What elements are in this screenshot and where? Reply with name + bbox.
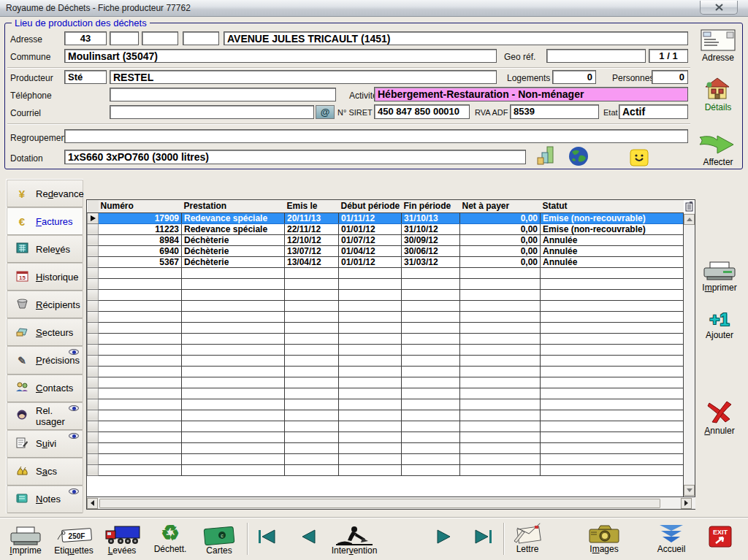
- horizontal-scrollbar[interactable]: [87, 496, 695, 509]
- table-cell[interactable]: [402, 442, 460, 453]
- table-cell[interactable]: [182, 421, 285, 431]
- table-cell[interactable]: [541, 300, 684, 311]
- imprime-button[interactable]: Imprime: [4, 522, 47, 556]
- table-cell[interactable]: [460, 442, 541, 453]
- row-selector[interactable]: [88, 399, 99, 410]
- table-cell[interactable]: [541, 399, 684, 410]
- imprimer-button[interactable]: Imprimer: [698, 261, 741, 293]
- email-button[interactable]: @: [316, 105, 335, 119]
- table-cell[interactable]: [541, 421, 684, 431]
- empty-row[interactable]: [88, 322, 684, 333]
- row-selector[interactable]: [88, 355, 99, 366]
- table-cell[interactable]: [339, 431, 402, 442]
- table-cell[interactable]: [285, 399, 339, 410]
- table-cell[interactable]: Déchèterie: [182, 234, 285, 245]
- table-cell[interactable]: [339, 464, 402, 475]
- table-cell[interactable]: [460, 388, 541, 399]
- table-cell[interactable]: 5367: [99, 256, 182, 267]
- table-cell[interactable]: [460, 311, 541, 322]
- table-cell[interactable]: [99, 322, 182, 333]
- table-cell[interactable]: 01/04/12: [339, 245, 402, 256]
- table-cell[interactable]: 30/06/12: [402, 245, 460, 256]
- column-header[interactable]: Statut: [541, 200, 684, 212]
- table-cell[interactable]: [182, 289, 285, 300]
- close-button[interactable]: [700, 1, 738, 15]
- table-cell[interactable]: [285, 311, 339, 322]
- table-cell[interactable]: 31/10/13: [402, 212, 460, 223]
- table-cell[interactable]: [99, 344, 182, 355]
- row-selector[interactable]: [88, 300, 99, 311]
- adresse-num-field[interactable]: 43: [64, 31, 107, 45]
- adresse-f3-field[interactable]: [142, 31, 178, 45]
- courriel-field[interactable]: [110, 105, 314, 119]
- table-cell[interactable]: [182, 355, 285, 366]
- table-cell[interactable]: [402, 464, 460, 475]
- table-cell[interactable]: [460, 300, 541, 311]
- table-cell[interactable]: [99, 464, 182, 475]
- row-selector[interactable]: [88, 289, 99, 300]
- table-cell[interactable]: [99, 399, 182, 410]
- table-cell[interactable]: [339, 442, 402, 453]
- dotation-field[interactable]: 1xS660 3xPO760 (3000 litres): [64, 150, 526, 164]
- table-cell[interactable]: [460, 431, 541, 442]
- row-selector[interactable]: [88, 322, 99, 333]
- row-selector[interactable]: [88, 333, 99, 344]
- sidebar-item-suivi[interactable]: Suivi: [7, 430, 83, 458]
- table-cell[interactable]: [339, 366, 402, 377]
- table-cell[interactable]: [402, 399, 460, 410]
- table-cell[interactable]: [541, 377, 684, 388]
- table-cell[interactable]: [402, 377, 460, 388]
- table-cell[interactable]: [99, 355, 182, 366]
- table-cell[interactable]: [182, 464, 285, 475]
- column-header[interactable]: Emis le: [285, 200, 339, 212]
- table-cell[interactable]: 0,00: [460, 245, 541, 256]
- table-cell[interactable]: [402, 333, 460, 344]
- table-cell[interactable]: [99, 421, 182, 431]
- table-cell[interactable]: 22/11/12: [285, 223, 339, 234]
- commune-field[interactable]: Moulinsart (35047): [64, 49, 497, 63]
- empty-row[interactable]: [88, 410, 684, 421]
- street-field[interactable]: AVENUE JULES TRICAULT (1451): [224, 31, 688, 45]
- table-cell[interactable]: [99, 278, 182, 289]
- table-cell[interactable]: [541, 431, 684, 442]
- table-cell[interactable]: 01/01/12: [339, 256, 402, 267]
- table-cell[interactable]: [541, 366, 684, 377]
- table-cell[interactable]: [99, 289, 182, 300]
- empty-row[interactable]: [88, 366, 684, 377]
- table-row[interactable]: 11223Redevance spéciale22/11/1201/01/123…: [88, 223, 684, 234]
- empty-row[interactable]: [88, 267, 684, 278]
- sidebar-item-historique[interactable]: 15 Historique: [7, 263, 83, 291]
- row-selector[interactable]: [88, 453, 99, 464]
- table-cell[interactable]: [99, 311, 182, 322]
- table-cell[interactable]: [541, 267, 684, 278]
- table-cell[interactable]: 0,00: [460, 212, 541, 223]
- table-cell[interactable]: [402, 311, 460, 322]
- table-cell[interactable]: 01/11/12: [339, 212, 402, 223]
- row-selector[interactable]: [88, 212, 99, 223]
- row-selector[interactable]: [88, 256, 99, 267]
- table-cell[interactable]: [541, 344, 684, 355]
- table-cell[interactable]: [182, 267, 285, 278]
- table-cell[interactable]: [339, 300, 402, 311]
- table-cell[interactable]: [541, 289, 684, 300]
- column-header[interactable]: Net à payer: [460, 200, 541, 212]
- sidebar-item-precisions[interactable]: ✎ Précisions: [7, 346, 83, 374]
- empty-row[interactable]: [88, 333, 684, 344]
- table-cell[interactable]: 30/09/12: [402, 234, 460, 245]
- sidebar-item-contacts[interactable]: Contacts: [7, 375, 83, 402]
- table-cell[interactable]: [541, 311, 684, 322]
- table-cell[interactable]: [285, 421, 339, 431]
- empty-row[interactable]: [88, 355, 684, 366]
- row-selector[interactable]: [88, 311, 99, 322]
- table-cell[interactable]: [339, 267, 402, 278]
- scroll-right-button[interactable]: [681, 498, 692, 509]
- table-cell[interactable]: [460, 366, 541, 377]
- table-cell[interactable]: [541, 464, 684, 475]
- table-cell[interactable]: [285, 300, 339, 311]
- table-cell[interactable]: 6940: [99, 245, 182, 256]
- table-cell[interactable]: Redevance spéciale: [182, 223, 285, 234]
- table-cell[interactable]: [541, 333, 684, 344]
- empty-row[interactable]: [88, 300, 684, 311]
- table-cell[interactable]: [339, 355, 402, 366]
- table-cell[interactable]: [339, 421, 402, 431]
